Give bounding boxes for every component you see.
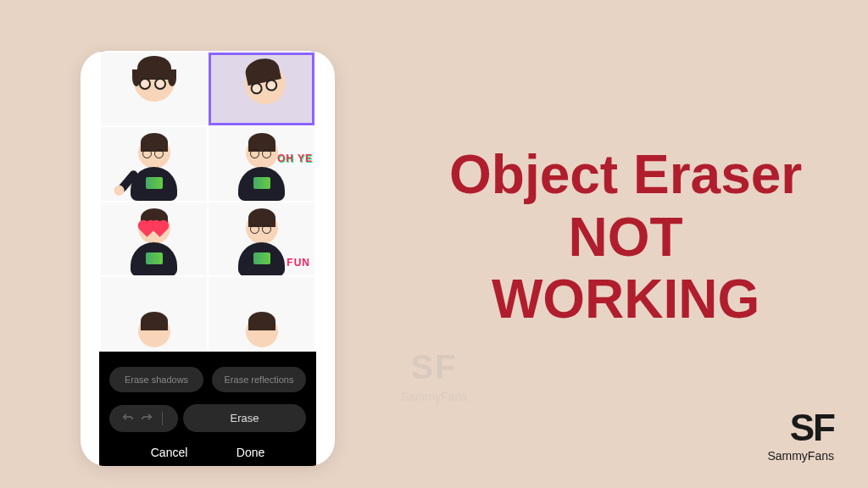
- erase-reflections-button[interactable]: Erase reflections: [212, 367, 306, 392]
- done-button[interactable]: Done: [236, 446, 264, 459]
- brand-name-text: SammyFans: [767, 449, 834, 463]
- editor-controls: Erase shadows Erase reflections Erase Ca…: [99, 352, 316, 466]
- phone-screen: OH YE: [99, 51, 316, 466]
- image-grid: OH YE: [99, 51, 316, 352]
- watermark-text: SammyFans: [401, 390, 468, 403]
- article-title: Object Eraser NOT WORKING: [449, 144, 802, 331]
- divider: [162, 412, 163, 425]
- grid-item-selected[interactable]: [209, 53, 314, 125]
- grid-item-partial-1[interactable]: [101, 277, 207, 350]
- grid-item-partial-2[interactable]: [209, 277, 314, 350]
- cancel-button[interactable]: Cancel: [151, 446, 188, 459]
- phone-mockup: OH YE: [81, 51, 335, 466]
- grid-item-head-1[interactable]: [101, 53, 207, 125]
- brand-logo-text: SF: [790, 407, 834, 449]
- title-line-3: WORKING: [492, 269, 760, 330]
- erase-button[interactable]: Erase: [183, 404, 306, 432]
- overlay-text-oh-ye: OH YE: [277, 152, 313, 164]
- grid-item-body-2[interactable]: OH YE: [209, 127, 314, 200]
- grid-item-hearts[interactable]: [101, 202, 207, 275]
- undo-icon[interactable]: [121, 412, 135, 425]
- overlay-text-fun: FUN: [287, 257, 310, 269]
- brand-block: SF SammyFans: [767, 407, 834, 463]
- title-line-1: Object Eraser: [449, 144, 802, 205]
- title-line-2: NOT: [569, 207, 683, 268]
- watermark-logo: SF: [410, 348, 457, 386]
- redo-icon[interactable]: [140, 412, 153, 425]
- grid-item-body-1[interactable]: [101, 127, 207, 200]
- erase-shadows-button[interactable]: Erase shadows: [109, 367, 203, 392]
- undo-redo-group: [109, 405, 178, 432]
- grid-item-fun[interactable]: FUN: [209, 202, 314, 275]
